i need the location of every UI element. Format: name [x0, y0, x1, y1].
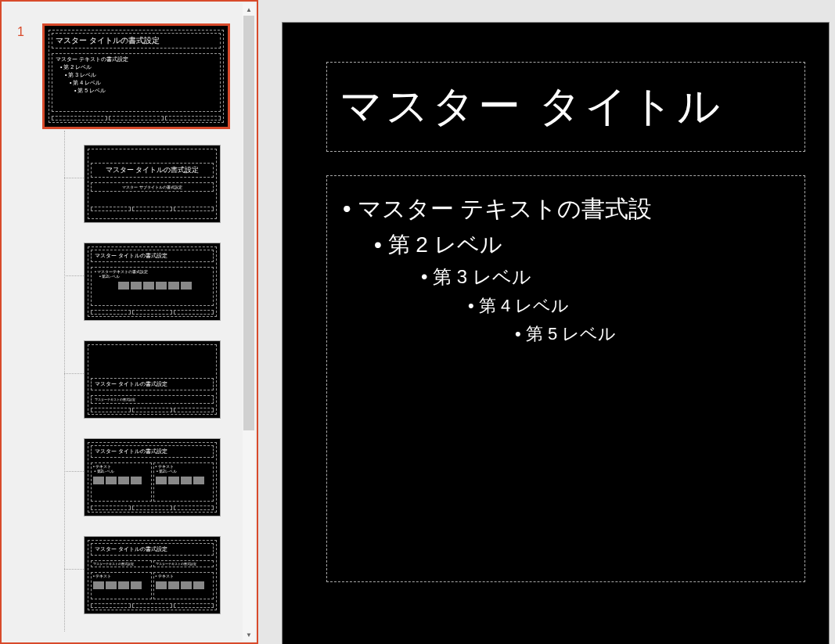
- body-placeholder[interactable]: マスター テキストの書式設 第 2 レベル 第 3 レベル 第 4 レベル 第 …: [326, 175, 805, 582]
- thumb-title: マスター タイトルの書式設定: [52, 33, 221, 49]
- thumb-body: マスター テキストの書式設定 • 第 2 レベル • 第 3 レベル • 第 4…: [52, 53, 221, 112]
- panel-scrollbar[interactable]: ▲ ▼: [243, 3, 255, 641]
- thumb-lvl4: • 第 4 レベル: [70, 79, 217, 87]
- tree-branch: [64, 569, 84, 570]
- layout-thumbnail-content[interactable]: マスター タイトルの書式設定 • マスターテキストの書式設定 • 第2レベル: [84, 243, 221, 321]
- layout-thumbnails: マスター タイトルの書式設定 マスター サブタイトルの書式設定 マスター タイト…: [2, 145, 257, 614]
- thumb-title: マスター タイトルの書式設定: [91, 250, 214, 262]
- tree-branch: [64, 373, 84, 374]
- body-level-1[interactable]: マスター テキストの書式設: [343, 193, 789, 225]
- thumb-title: マスター タイトルの書式設定: [91, 163, 214, 178]
- thumb-inner: マスター タイトルの書式設定 • テキスト • 第2レベル • テキスト • 第…: [88, 442, 217, 513]
- thumb-body: • マスターテキストの書式設定 • 第2レベル: [91, 267, 214, 306]
- slide-number: 1: [17, 25, 24, 39]
- body-level-4[interactable]: 第 4 レベル: [468, 294, 789, 318]
- tree-branch: [64, 471, 84, 472]
- layout-thumbnail-comparison[interactable]: マスター タイトルの書式設定 マスターテキストの書式設定 マスターテキストの書式…: [84, 536, 221, 614]
- thumb-footer: [91, 603, 214, 608]
- thumb-subtitle: マスター サブタイトルの書式設定: [91, 182, 214, 192]
- thumb-inner: マスター タイトルの書式設定 マスターテキストの書式設定: [88, 344, 217, 415]
- thumb-two-col: • テキスト • 第2レベル • テキスト • 第2レベル: [91, 462, 214, 502]
- thumb-footer: [91, 505, 214, 510]
- body-level-5[interactable]: 第 5 レベル: [515, 322, 789, 346]
- thumb-title: マスター タイトルの書式設定: [91, 445, 214, 458]
- thumb-inner: マスター タイトルの書式設定 マスター テキストの書式設定 • 第 2 レベル …: [49, 30, 224, 123]
- thumb-lvl2: • 第 2 レベル: [60, 63, 217, 71]
- layout-thumbnail-section[interactable]: マスター タイトルの書式設定 マスターテキストの書式設定: [84, 340, 221, 419]
- thumb-footer: [91, 408, 214, 412]
- tree-line: [64, 131, 65, 631]
- thumb-title: マスター タイトルの書式設定: [91, 378, 214, 390]
- thumb-footer: [91, 310, 214, 315]
- scroll-thumb[interactable]: [243, 16, 254, 430]
- scroll-up-icon[interactable]: ▲: [243, 3, 255, 16]
- thumb-inner: マスター タイトルの書式設定 • マスターテキストの書式設定 • 第2レベル: [88, 246, 217, 317]
- thumb-inner: マスター タイトルの書式設定 マスターテキストの書式設定 マスターテキストの書式…: [88, 540, 217, 610]
- thumb-lvl3: • 第 3 レベル: [65, 71, 217, 79]
- thumb-footer: [52, 116, 221, 121]
- slide-editor: マスター タイトル マスター テキストの書式設 第 2 レベル 第 3 レベル …: [258, 0, 835, 644]
- scroll-down-icon[interactable]: ▼: [243, 628, 255, 641]
- thumb-two-col: • テキスト • テキスト: [91, 572, 214, 599]
- body-level-2[interactable]: 第 2 レベル: [374, 230, 789, 260]
- layout-thumbnail-two-content[interactable]: マスター タイトルの書式設定 • テキスト • 第2レベル • テキスト • 第…: [84, 438, 221, 516]
- thumb-subtitle: マスターテキストの書式設定: [91, 395, 214, 404]
- tree-branch: [64, 178, 84, 178]
- thumb-caption-row: マスターテキストの書式設定 マスターテキストの書式設定: [91, 560, 214, 567]
- thumb-footer: [91, 207, 214, 211]
- slide-canvas[interactable]: マスター タイトル マスター テキストの書式設 第 2 レベル 第 3 レベル …: [282, 22, 830, 644]
- slide-master-thumbnail[interactable]: マスター タイトルの書式設定 マスター テキストの書式設定 • 第 2 レベル …: [42, 23, 230, 129]
- tree-branch: [64, 275, 84, 276]
- body-level-3[interactable]: 第 3 レベル: [421, 264, 789, 290]
- title-placeholder[interactable]: マスター タイトル: [326, 62, 805, 152]
- slide-master-panel: 1 マスター タイトルの書式設定 マスター テキストの書式設定 • 第 2 レベ…: [0, 0, 258, 644]
- thumb-lvl5: • 第 5 レベル: [74, 87, 217, 95]
- thumb-title: マスター タイトルの書式設定: [91, 543, 214, 556]
- layout-thumbnail-title[interactable]: マスター タイトルの書式設定 マスター サブタイトルの書式設定: [84, 145, 221, 223]
- thumb-lvl1: マスター テキストの書式設定: [56, 56, 217, 63]
- thumb-inner: マスター タイトルの書式設定 マスター サブタイトルの書式設定: [88, 149, 217, 219]
